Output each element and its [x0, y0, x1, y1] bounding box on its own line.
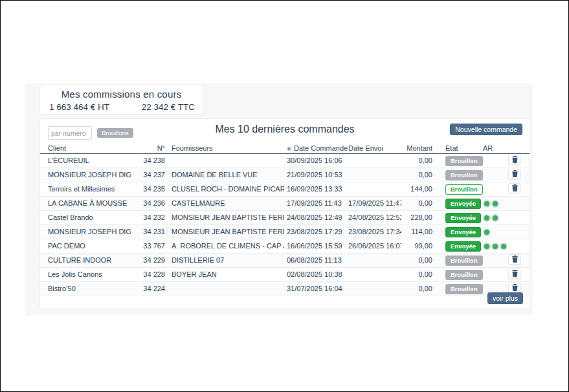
order-actions	[508, 168, 523, 182]
order-etat: Envoyée	[432, 211, 483, 224]
order-etat: Envoyée	[432, 239, 483, 253]
order-montant: 0,00	[401, 268, 432, 281]
app-window: Mes commissions en cours 1 663 464 € HT …	[0, 0, 569, 392]
delete-order-button[interactable]	[508, 169, 521, 179]
status-badge: Brouillon	[445, 170, 483, 180]
delete-order-button[interactable]	[508, 183, 521, 193]
order-number: 34 229	[131, 254, 165, 267]
status-badge: Envoyée	[445, 199, 481, 209]
order-ar	[483, 211, 508, 224]
order-montant: 0,00	[401, 168, 432, 182]
order-fournisseurs: CASTELMAURE	[165, 197, 284, 210]
table-row[interactable]: MONSIEUR JOSEPH DIGIACOMI34 231MONSIEUR …	[40, 225, 530, 239]
order-date-envoi: 26/06/2025 16:07	[348, 239, 401, 253]
order-etat: Brouillon	[432, 254, 483, 267]
trash-icon	[512, 170, 518, 177]
status-badge: Brouillon	[445, 256, 483, 266]
orders-table-body: L’ÉCUREUIL34 23830/09/2025 16:060,00Brou…	[40, 154, 530, 296]
delete-order-button[interactable]	[508, 254, 521, 265]
order-number: 34 235	[131, 182, 165, 196]
table-row[interactable]: MONSIEUR JOSEPH DIGIACOMI34 237DOMAINE D…	[40, 168, 530, 182]
ar-received-icon	[491, 243, 499, 250]
order-client: MONSIEUR JOSEPH DIGIACOMI	[48, 225, 131, 239]
table-row[interactable]: Terroirs et Millesimes34 235CLUSEL ROCH …	[40, 182, 530, 197]
see-more-button[interactable]: voir plus	[487, 292, 523, 304]
column-header-ar[interactable]: AR	[483, 144, 508, 152]
order-client: L’ÉCUREUIL	[48, 154, 131, 168]
order-fournisseurs: DOMAINE DE BELLE VUE	[165, 168, 284, 182]
status-badge: Envoyée	[445, 227, 481, 237]
order-montant: 114,00	[401, 225, 432, 239]
order-client: Les Jolis Canons	[48, 268, 131, 281]
ar-received-icon	[491, 200, 499, 208]
orders-card: Brouillons Mes 10 dernières commandes No…	[39, 118, 530, 309]
column-header-date-envoi[interactable]: Date Envoi	[348, 144, 401, 152]
order-montant: 0,00	[401, 254, 432, 267]
commissions-amounts: 1 663 464 € HT 22 342 € TTC	[40, 100, 203, 112]
delete-order-button[interactable]	[508, 283, 521, 293]
ar-received-icon	[483, 228, 491, 236]
order-fournisseurs: MONSIEUR JEAN BAPTISTE FERRANDI	[165, 211, 284, 224]
order-date-envoi: 24/08/2025 12:52	[348, 211, 401, 224]
commissions-amount-ttc: 22 342 € TTC	[142, 102, 195, 112]
order-client: MONSIEUR JOSEPH DIGIACOMI	[48, 168, 131, 182]
column-header-fournisseurs[interactable]: Fournisseurs	[165, 144, 284, 152]
table-row[interactable]: Les Jolis Canons34 228BOYER JEAN02/08/20…	[40, 268, 530, 282]
column-header-date-commande[interactable]: ◉Date Commande	[284, 144, 348, 152]
order-etat: Envoyée	[432, 197, 483, 210]
table-row[interactable]: CULTURE INDOOR34 229DISTILLERIE 0706/08/…	[40, 254, 530, 268]
status-badge: Brouillon	[445, 156, 483, 166]
order-client: PAC DEMO	[48, 239, 131, 253]
status-badge: Envoyée	[445, 213, 481, 223]
delete-order-button[interactable]	[508, 155, 521, 165]
order-ar	[483, 239, 508, 253]
column-header-etat[interactable]: Etat	[432, 144, 483, 152]
order-number: 34 224	[131, 282, 165, 296]
order-actions	[508, 154, 523, 168]
order-date-commande: 24/08/2025 12:49	[284, 211, 348, 224]
orders-toolbar: Brouillons Mes 10 dernières commandes No…	[40, 119, 530, 142]
order-date-commande: 30/09/2025 16:06	[284, 154, 348, 168]
order-client: CULTURE INDOOR	[48, 254, 131, 267]
order-actions	[508, 268, 523, 281]
column-header-numero[interactable]: N°	[131, 144, 165, 152]
new-order-button[interactable]: Nouvelle commande	[450, 124, 522, 135]
table-row[interactable]: LA CABANE À MOUSSE34 236CASTELMAURE17/09…	[40, 197, 530, 211]
table-row[interactable]: Castel Brando34 232MONSIEUR JEAN BAPTIST…	[40, 211, 530, 225]
commissions-card: Mes commissions en cours 1 663 464 € HT …	[39, 85, 203, 114]
trash-icon	[512, 284, 518, 291]
commissions-title: Mes commissions en cours	[40, 85, 203, 100]
order-number: 34 232	[131, 211, 165, 224]
sort-icon[interactable]: ◉	[287, 146, 291, 151]
trash-icon	[512, 256, 518, 263]
order-number: 33 767	[131, 239, 165, 253]
order-etat: Brouillon	[432, 154, 483, 168]
order-date-commande: 31/07/2025 16:04	[284, 282, 348, 296]
order-date-commande: 16/09/2025 13:33	[284, 182, 348, 196]
order-client: Castel Brando	[48, 211, 131, 224]
order-fournisseurs: CLUSEL ROCH - DOMAINE PICARD	[165, 182, 284, 196]
order-client: Terroirs et Millesimes	[48, 182, 131, 196]
ar-received-icon	[491, 214, 499, 222]
order-montant: 0,00	[401, 197, 432, 210]
column-header-montant[interactable]: Montant	[401, 144, 432, 152]
order-montant: 228,00	[401, 211, 432, 224]
table-row[interactable]: PAC DEMO33 767A. ROBOREL DE CLIMENS - CA…	[40, 239, 530, 254]
order-fournisseurs: BOYER JEAN	[165, 268, 284, 281]
order-etat: Brouillon	[432, 168, 483, 182]
order-etat: Envoyée	[432, 225, 483, 239]
column-header-client[interactable]: Client	[48, 144, 131, 152]
order-date-envoi: 23/08/2025 17:34	[348, 225, 401, 239]
delete-order-button[interactable]	[508, 268, 521, 279]
order-number: 34 228	[131, 268, 165, 281]
commissions-amount-ht: 1 663 464 € HT	[49, 102, 109, 112]
order-number: 34 231	[131, 225, 165, 239]
table-row[interactable]: L’ÉCUREUIL34 23830/09/2025 16:060,00Brou…	[40, 154, 530, 168]
order-montant: 0,00	[401, 154, 432, 168]
trash-icon	[512, 184, 518, 191]
table-row[interactable]: Bistro’5034 22431/07/2025 16:040,00Broui…	[40, 282, 530, 296]
order-actions	[508, 254, 523, 267]
order-etat: Brouillon	[432, 268, 483, 281]
order-montant: 144,00	[401, 182, 432, 196]
order-etat: Brouillon	[432, 282, 483, 296]
